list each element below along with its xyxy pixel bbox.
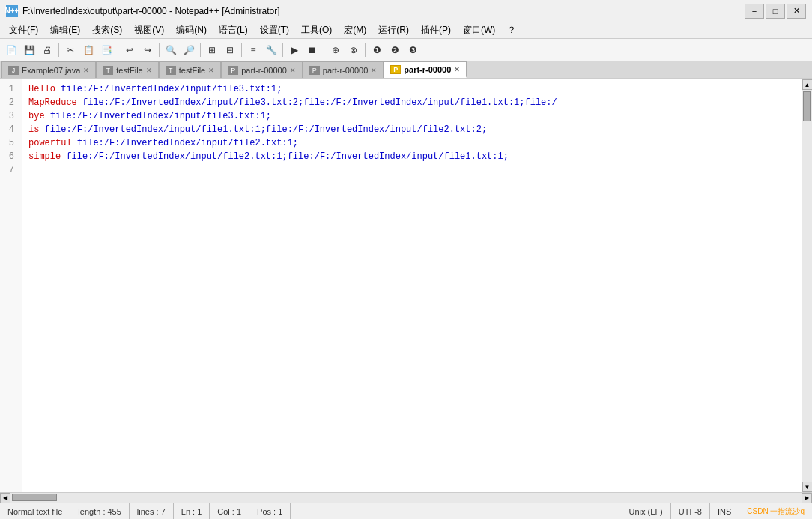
tab-label-0: Example07.java [22, 66, 80, 75]
tab-label-1: testFile [116, 66, 142, 75]
toolbar-undo[interactable]: ↩ [121, 42, 138, 58]
tab-close-0[interactable]: ✕ [83, 67, 89, 74]
code-line-4: is file:/F:/InvertedIndex/input/file1.tx… [28, 123, 802, 136]
toolbar-btn3[interactable]: ❸ [405, 42, 421, 58]
tab-icon-5: P [390, 65, 401, 74]
toolbar-separator-sep3 [159, 43, 160, 57]
status-lines: lines : 7 [130, 503, 174, 519]
line-number-2: 2 [0, 96, 17, 109]
toolbar-new-file[interactable]: 📄 [3, 42, 19, 58]
editor-content[interactable]: Hello file:/F:/InvertedIndex/input/file3… [22, 79, 802, 492]
toolbar-paste[interactable]: 📑 [98, 42, 115, 58]
menu-item-l[interactable]: 语言(L) [213, 22, 254, 38]
toolbar-macro2[interactable]: ⊗ [345, 42, 362, 58]
line-number-5: 5 [0, 136, 17, 150]
tab-3[interactable]: Ppart-r-00000✕ [221, 61, 303, 78]
scroll-track-vertical[interactable] [802, 90, 812, 482]
menu-item-f[interactable]: 文件(F) [3, 22, 44, 38]
toolbar-macro1[interactable]: ⊕ [327, 42, 344, 58]
status-length: length : 455 [70, 503, 130, 519]
title-bar-left: N++ F:\InvertedIndex\output\part-r-00000… [6, 5, 280, 17]
tab-close-5[interactable]: ✕ [454, 66, 460, 73]
toolbar-separator-sep4 [200, 43, 201, 57]
status-watermark: CSDN 一指流沙q [739, 503, 812, 519]
tab-label-3: part-r-00000 [241, 66, 287, 75]
toolbar-find-replace[interactable]: 🔎 [181, 42, 197, 58]
scroll-right-arrow[interactable]: ▶ [802, 493, 812, 503]
toolbar-print[interactable]: 🖨 [39, 42, 55, 58]
minimize-button[interactable]: − [745, 4, 764, 19]
scroll-thumb-vertical[interactable] [803, 91, 811, 121]
scroll-down-arrow[interactable]: ▼ [802, 482, 813, 492]
menu-item-p[interactable]: 插件(P) [415, 22, 457, 38]
toolbar-stop[interactable]: ⏹ [304, 42, 321, 58]
maximize-button[interactable]: □ [766, 4, 785, 19]
menu-item-s[interactable]: 搜索(S) [86, 22, 128, 38]
menu-item-m[interactable]: 宏(M) [338, 22, 372, 38]
scroll-left-arrow[interactable]: ◀ [0, 493, 10, 503]
toolbar-btn2[interactable]: ❷ [387, 42, 403, 58]
toolbar: 📄💾🖨✂📋📑↩↪🔍🔎⊞⊟≡🔧▶⏹⊕⊗❶❷❸ [0, 39, 812, 61]
code-line-1: Hello file:/F:/InvertedIndex/input/file3… [28, 82, 802, 96]
status-bar: Normal text file length : 455 lines : 7 … [0, 503, 812, 519]
toolbar-find[interactable]: 🔍 [163, 42, 179, 58]
title-bar: N++ F:\InvertedIndex\output\part-r-00000… [0, 0, 812, 22]
code-line-2: MapReduce file:/F:/InvertedIndex/input/f… [28, 96, 802, 109]
tab-0[interactable]: JExample07.java✕ [1, 61, 96, 78]
menu-item-v[interactable]: 视图(V) [128, 22, 170, 38]
close-button[interactable]: ✕ [787, 4, 806, 19]
toolbar-run[interactable]: ▶ [286, 42, 303, 58]
status-ins: INS [710, 503, 739, 519]
line-number-4: 4 [0, 123, 17, 136]
menu-item-e[interactable]: 编辑(E) [44, 22, 86, 38]
tab-close-3[interactable]: ✕ [290, 67, 296, 74]
tab-label-2: testFile [179, 66, 205, 75]
tab-5[interactable]: Ppart-r-00000✕ [384, 61, 467, 78]
toolbar-redo[interactable]: ↪ [139, 42, 156, 58]
vertical-scrollbar[interactable]: ▲ ▼ [802, 79, 812, 492]
code-line-7 [28, 163, 802, 177]
menu-item-w[interactable]: 窗口(W) [457, 22, 501, 38]
tab-bar: JExample07.java✕TtestFile✕TtestFile✕Ppar… [0, 61, 812, 79]
menu-item-t[interactable]: 设置(T) [254, 22, 295, 38]
app-icon: N++ [6, 5, 18, 17]
line-number-1: 1 [0, 82, 17, 96]
tab-close-1[interactable]: ✕ [146, 67, 152, 74]
tab-icon-4: P [309, 66, 320, 75]
tab-4[interactable]: Ppart-r-00000✕ [303, 61, 384, 78]
toolbar-copy[interactable]: 📋 [80, 42, 97, 58]
window-title: F:\InvertedIndex\output\part-r-00000 - N… [22, 6, 280, 16]
tab-2[interactable]: TtestFile✕ [159, 61, 221, 78]
toolbar-separator-sep5 [241, 43, 242, 57]
toolbar-save[interactable]: 💾 [21, 42, 37, 58]
scroll-up-arrow[interactable]: ▲ [802, 79, 813, 90]
tab-close-4[interactable]: ✕ [371, 67, 377, 74]
scroll-track-horizontal[interactable] [10, 493, 802, 503]
code-line-5: powerful file:/F:/InvertedIndex/input/fi… [28, 136, 802, 150]
tab-label-5: part-r-00000 [404, 65, 451, 74]
toolbar-zoom-in[interactable]: ⊞ [204, 42, 220, 58]
toolbar-separator-sep2 [118, 43, 118, 57]
toolbar-settings[interactable]: ≡ [245, 42, 261, 58]
tab-close-2[interactable]: ✕ [208, 67, 214, 74]
line-number-3: 3 [0, 109, 17, 123]
toolbar-separator-sep8 [365, 43, 366, 57]
toolbar-btn1[interactable]: ❶ [369, 42, 385, 58]
menu-item-n[interactable]: 编码(N) [170, 22, 213, 38]
menu-item-r[interactable]: 运行(R) [372, 22, 415, 38]
scroll-thumb-horizontal[interactable] [12, 494, 57, 501]
tab-icon-0: J [8, 66, 19, 75]
toolbar-tools[interactable]: 🔧 [263, 42, 279, 58]
tab-1[interactable]: TtestFile✕ [96, 61, 158, 78]
horizontal-scrollbar[interactable]: ◀ ▶ [0, 492, 812, 503]
toolbar-separator-sep7 [324, 43, 324, 57]
line-numbers: 1234567 [0, 79, 22, 492]
menu-item-[interactable]: ？ [501, 22, 522, 38]
menu-item-o[interactable]: 工具(O) [295, 22, 338, 38]
status-col: Col : 1 [210, 503, 249, 519]
tab-icon-2: T [166, 66, 176, 75]
toolbar-separator-sep1 [58, 43, 59, 57]
toolbar-cut[interactable]: ✂ [62, 42, 79, 58]
tab-icon-1: T [103, 66, 113, 75]
toolbar-zoom-out[interactable]: ⊟ [222, 42, 238, 58]
